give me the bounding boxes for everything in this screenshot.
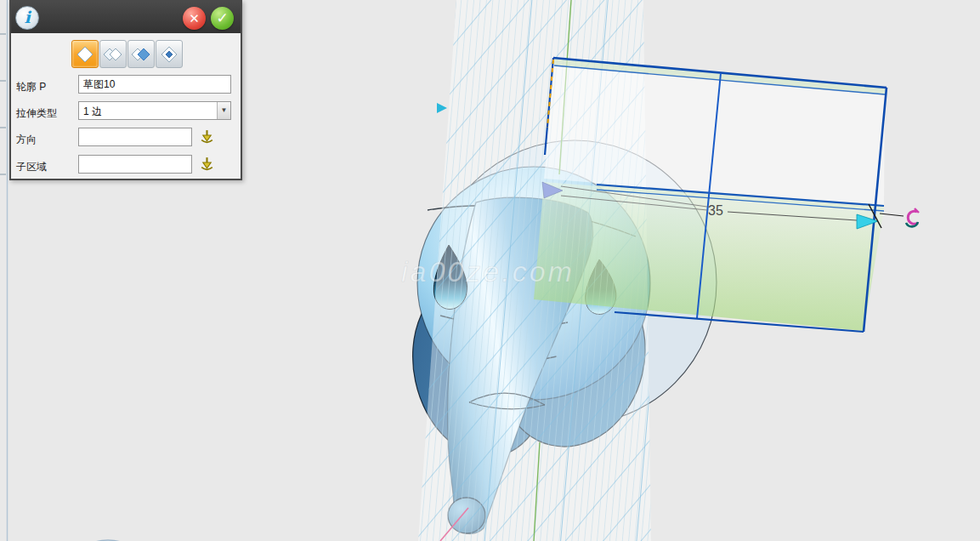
subregion-label: 子区域 — [16, 160, 47, 174]
direction-pick-icon[interactable] — [199, 128, 215, 145]
info-icon: i — [15, 6, 39, 30]
extrusion-preview — [534, 58, 887, 332]
subtract-diamonds-icon — [131, 45, 151, 64]
intersect-diamonds-icon — [159, 45, 179, 64]
extrude-base-button[interactable] — [71, 40, 99, 68]
extrude-intersect-button[interactable] — [156, 40, 183, 68]
direction-input[interactable] — [78, 128, 192, 146]
watermark: ia00ze.com — [401, 255, 575, 288]
extrude-dialog: i ✕ ✓ 轮廓 P 拉伸类型 1 边 ▼ 方向 — [9, 0, 242, 180]
chevron-down-icon[interactable]: ▼ — [217, 102, 230, 119]
dimension-value[interactable]: 35 — [708, 203, 723, 218]
direction-label: 方向 — [16, 133, 37, 147]
cancel-button[interactable]: ✕ — [183, 7, 206, 30]
extrude-subtract-button[interactable] — [127, 40, 155, 68]
profile-input[interactable] — [78, 75, 231, 94]
extrude-type-label: 拉伸类型 — [16, 106, 57, 121]
subregion-pick-icon[interactable] — [199, 156, 215, 172]
add-diamonds-icon — [103, 45, 123, 64]
extrude-type-select[interactable]: 1 边 ▼ — [78, 101, 231, 120]
extrude-add-button[interactable] — [99, 40, 127, 68]
confirm-button[interactable]: ✓ — [211, 7, 234, 30]
extrude-type-value: 1 边 — [83, 105, 102, 119]
base-diamond-icon — [75, 45, 95, 64]
profile-label: 轮廓 P — [16, 80, 46, 94]
subregion-input[interactable] — [78, 155, 192, 174]
dialog-header: i ✕ ✓ — [11, 2, 241, 33]
